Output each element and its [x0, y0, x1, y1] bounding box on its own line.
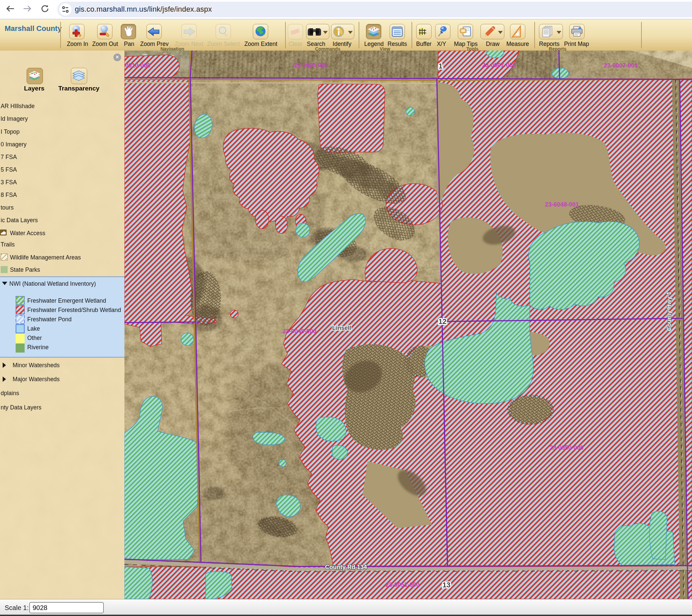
svg-text:23-6048-001: 23-6048-001 — [545, 201, 579, 208]
svg-text:12: 12 — [438, 317, 447, 326]
svg-text:County Rd 134: County Rd 134 — [325, 564, 367, 570]
svg-text:Linsell: Linsell — [332, 325, 351, 331]
svg-text:23-0007-001: 23-0007-001 — [604, 62, 638, 69]
svg-text:County Hwy 1: County Hwy 1 — [666, 291, 672, 331]
svg-text:1: 1 — [438, 62, 442, 70]
svg-text:23-0050-000: 23-0050-000 — [549, 444, 584, 451]
svg-text:23-0049-000: 23-0049-000 — [282, 328, 317, 335]
svg-text:23-0051-000: 23-0051-000 — [386, 581, 419, 588]
svg-text:0010-000: 0010-000 — [125, 62, 150, 69]
svg-text:23-0007-000: 23-0007-000 — [482, 62, 516, 68]
svg-text:23-0005-000: 23-0005-000 — [294, 62, 328, 68]
svg-text:13: 13 — [442, 581, 451, 589]
